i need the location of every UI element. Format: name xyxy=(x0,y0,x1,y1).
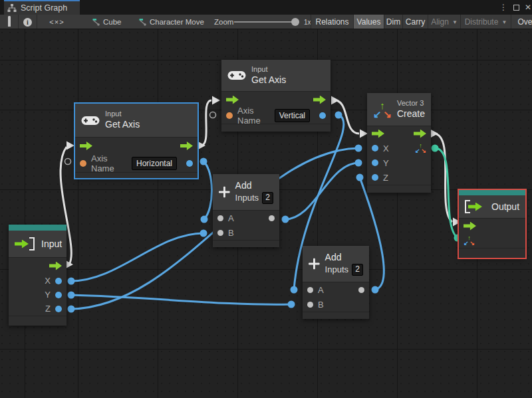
value-output-port-x[interactable] xyxy=(55,278,62,284)
node-footer xyxy=(9,316,66,325)
output-port[interactable] xyxy=(269,215,275,221)
wire-cap-dot[interactable] xyxy=(432,145,439,152)
string-input-port[interactable] xyxy=(226,112,233,119)
code-icon: <×> xyxy=(49,18,64,26)
value-input-port-x[interactable] xyxy=(372,145,378,151)
node-add-1[interactable]: Add Inputs 2 A B xyxy=(213,174,279,247)
info-button[interactable]: i xyxy=(18,15,37,29)
node-vector3-create[interactable]: ↑↙↘ Vector 3 Create X ↑↙ xyxy=(367,93,431,193)
node-get-axis-horizontal[interactable]: Input Get Axis Axis Name Horizontal xyxy=(75,104,198,178)
vector3-input-port[interactable]: ↑↙↘ xyxy=(464,235,475,247)
wire-cap-dot[interactable] xyxy=(355,159,362,167)
wire-cap-arrow[interactable] xyxy=(331,96,339,105)
node-add-2[interactable]: Add Inputs 2 A B xyxy=(303,246,369,319)
graph-canvas[interactable]: Input X Y Z Input Get Axi xyxy=(0,29,532,398)
flow-input-port[interactable] xyxy=(464,222,476,231)
wire-cap-dot[interactable] xyxy=(372,286,379,294)
node-accent-bar xyxy=(9,225,66,231)
node-category: Input xyxy=(251,65,286,74)
axis-name-field[interactable]: Horizontal xyxy=(132,157,177,170)
vector3-icon: ↑↙↘ xyxy=(373,100,392,119)
breadcrumb-label: Cube xyxy=(103,18,122,26)
node-footer xyxy=(367,185,431,192)
flow-output-port[interactable] xyxy=(414,130,426,138)
breadcrumb-cube[interactable]: Cube xyxy=(92,15,122,29)
tab-script-graph[interactable]: Script Graph xyxy=(4,0,80,15)
axis-name-field[interactable]: Vertical xyxy=(275,109,310,122)
unity-script-graph-window: { "tab": { "title": "Script Graph" }, "w… xyxy=(0,0,532,398)
wire-cap-arrow[interactable] xyxy=(212,96,220,105)
node-input[interactable]: Input X Y Z xyxy=(9,225,66,326)
node-get-axis-vertical[interactable]: Input Get Axis Axis Name Vertical xyxy=(221,60,331,132)
carry-button[interactable]: Carry xyxy=(402,15,428,29)
flow-output-port[interactable] xyxy=(180,142,193,150)
info-icon: i xyxy=(23,18,32,27)
lock-button[interactable] xyxy=(0,15,18,29)
input-port-b[interactable] xyxy=(217,230,223,236)
input-port-a[interactable] xyxy=(217,215,223,221)
value-input-port-z[interactable] xyxy=(372,174,378,181)
wire-cap-dot[interactable] xyxy=(288,301,295,308)
vector3-output-port[interactable]: ↑↙↘ xyxy=(415,143,426,154)
window-close-button[interactable]: ✕ xyxy=(523,2,532,13)
wire-cap-dot[interactable] xyxy=(355,145,362,152)
wire-cap-dot[interactable] xyxy=(68,306,75,313)
graph-hierarchy-icon xyxy=(7,4,17,13)
wire-cap-dot[interactable] xyxy=(291,286,298,294)
zoom-value: 1x xyxy=(304,15,311,29)
window-menu-button[interactable]: ⋮ xyxy=(498,2,509,13)
relations-button[interactable]: Relations xyxy=(311,15,353,29)
graph-unit-icon xyxy=(92,19,100,26)
distribute-button[interactable]: Distribute▼ xyxy=(460,15,511,29)
node-category: Input xyxy=(105,110,140,119)
flow-input-port[interactable] xyxy=(226,96,239,104)
flow-output-port[interactable] xyxy=(313,96,326,104)
window-maximize-button[interactable] xyxy=(511,2,521,13)
dim-button[interactable]: Dim xyxy=(384,15,402,29)
inputs-count-field[interactable]: 2 xyxy=(262,192,273,204)
node-accent-bar xyxy=(459,190,525,195)
wire-cap-dot[interactable] xyxy=(335,112,342,119)
input-port-b[interactable] xyxy=(307,302,313,308)
zoom-slider-track[interactable] xyxy=(234,21,295,23)
output-port[interactable] xyxy=(358,287,364,293)
wire-cap-dot[interactable] xyxy=(68,292,75,299)
wire-cap-dot[interactable] xyxy=(356,174,364,181)
string-input-port[interactable] xyxy=(80,160,86,167)
node-title: Add xyxy=(235,180,273,192)
flow-output-port[interactable] xyxy=(49,262,62,270)
wire-cap-arrow[interactable] xyxy=(66,142,74,150)
value-output-port-z[interactable] xyxy=(55,306,62,312)
node-output[interactable]: Output ↑↙↘ xyxy=(459,190,525,258)
wire-cap-dot[interactable] xyxy=(200,158,207,165)
overview-button[interactable]: Overview xyxy=(511,15,532,29)
zoom-label: Zoom xyxy=(214,15,233,29)
input-port-a[interactable] xyxy=(307,287,313,293)
wire-cap-arrow[interactable] xyxy=(430,130,438,138)
unconnected-port-ring[interactable] xyxy=(65,159,71,165)
flow-input-port[interactable] xyxy=(80,142,92,150)
wire-cap-dot[interactable] xyxy=(282,216,289,223)
values-button[interactable]: Values xyxy=(353,15,384,29)
unconnected-port-ring[interactable] xyxy=(210,112,216,118)
value-output-port-y[interactable] xyxy=(55,292,62,298)
wire-getaxisH-exit-to-getaxisV-enter[interactable] xyxy=(201,100,211,146)
value-output-port[interactable] xyxy=(319,112,326,119)
node-title: Get Axis xyxy=(105,119,140,131)
wire-cap-dot[interactable] xyxy=(200,230,207,237)
breadcrumb-character-move[interactable]: Character Move xyxy=(138,15,204,29)
wire-cap-dot[interactable] xyxy=(68,278,75,285)
flow-input-port[interactable] xyxy=(372,130,384,138)
inputs-count-field[interactable]: 2 xyxy=(352,264,363,276)
value-output-port[interactable] xyxy=(186,160,193,167)
graph-toolbar: i <×> Cube Character Move Zoom 1x Relati xyxy=(0,15,532,29)
align-button[interactable]: Align▼ xyxy=(428,15,460,29)
node-footer xyxy=(459,248,525,257)
wire-cap-dot[interactable] xyxy=(201,216,208,223)
zoom-slider-thumb[interactable] xyxy=(291,18,299,26)
value-input-port-y[interactable] xyxy=(372,159,378,166)
variables-button[interactable]: <×> xyxy=(37,15,76,29)
chevron-down-icon: ▼ xyxy=(501,19,507,25)
wire-getaxisH-value-to-add1-A[interactable] xyxy=(203,161,212,219)
wire-add1-out-to-vector3-Y[interactable] xyxy=(285,163,358,219)
